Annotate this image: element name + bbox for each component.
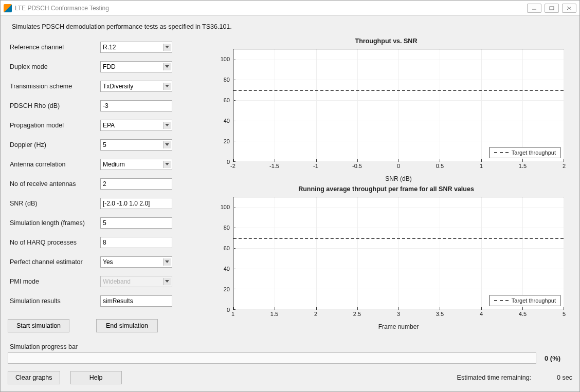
xticks: -2-1.5-1-0.500.511.52 bbox=[233, 163, 564, 172]
xtick-label: 4.5 bbox=[519, 311, 527, 317]
close-button[interactable] bbox=[562, 4, 576, 13]
label-pdsch-rho: PDSCH Rho (dB) bbox=[8, 102, 100, 109]
progress-pct: 0 (%) bbox=[545, 354, 572, 362]
chart-bottom: Running average throughput per frame for… bbox=[200, 185, 572, 333]
select-duplex[interactable]: FDD bbox=[100, 61, 172, 72]
legend: Target throughput bbox=[490, 147, 560, 158]
description: Simulates PDSCH demodulation performance… bbox=[12, 23, 568, 30]
ytick-label: 60 bbox=[224, 245, 230, 251]
xtick-label: 0.5 bbox=[436, 163, 444, 169]
label-antenna-corr: Antenna correlation bbox=[8, 161, 100, 168]
close-icon bbox=[567, 6, 572, 10]
select-antenna-corr[interactable]: Medium bbox=[100, 159, 172, 170]
select-perfect-chan[interactable]: Yes bbox=[100, 256, 172, 268]
label-tx-scheme: Transmission scheme bbox=[8, 83, 100, 90]
select-doppler[interactable]: 5 bbox=[100, 139, 172, 151]
plot-area: Target throughput bbox=[233, 197, 564, 310]
legend-line-icon bbox=[494, 152, 509, 153]
input-snr[interactable] bbox=[100, 198, 172, 209]
xlabel: Frame number bbox=[233, 323, 564, 330]
titlebar: LTE PDSCH Conformance Testing bbox=[1, 1, 579, 16]
label-rx-ant: No of receive antennas bbox=[8, 180, 100, 188]
charts-panel: Throughput vs. SNR Throughput in percent… bbox=[200, 38, 572, 333]
xlabel: SNR (dB) bbox=[233, 175, 564, 182]
chart-title: Running average throughput per frame for… bbox=[200, 185, 572, 193]
input-sim-len[interactable] bbox=[100, 217, 172, 229]
ytick-label: 80 bbox=[224, 225, 230, 231]
input-pdsch-rho[interactable] bbox=[100, 100, 172, 111]
minimize-icon bbox=[532, 6, 537, 10]
xtick-label: 1 bbox=[231, 311, 234, 317]
end-sim-button[interactable]: End simulation bbox=[96, 319, 158, 332]
legend: Target throughput bbox=[490, 295, 560, 306]
xtick-label: 1.5 bbox=[519, 163, 527, 169]
label-sim-results: Simulation results bbox=[8, 297, 100, 305]
target-throughput-line bbox=[233, 90, 564, 91]
progress-label: Simulation progress bar bbox=[10, 343, 570, 350]
ytick-label: 20 bbox=[224, 286, 230, 292]
label-harq: No of HARQ processes bbox=[8, 239, 100, 246]
ytick-label: 100 bbox=[221, 204, 230, 210]
xtick-label: 2.5 bbox=[353, 311, 361, 317]
plot-area: Target throughput bbox=[233, 49, 564, 162]
yticks: 020406080100 bbox=[216, 49, 231, 162]
input-sim-results[interactable] bbox=[100, 295, 172, 307]
xtick-label: -1.5 bbox=[269, 163, 279, 169]
label-snr: SNR (dB) bbox=[8, 200, 100, 207]
xtick-label: 2 bbox=[563, 163, 566, 169]
legend-label: Target throughput bbox=[512, 150, 556, 156]
xtick-label: 0 bbox=[397, 163, 400, 169]
yticks: 020406080100 bbox=[216, 197, 231, 310]
app-window: LTE PDSCH Conformance Testing Simulates … bbox=[0, 0, 580, 392]
ytick-label: 40 bbox=[224, 118, 230, 124]
xtick-label: 1.5 bbox=[270, 311, 278, 317]
xtick-label: 5 bbox=[563, 311, 566, 317]
window-title: LTE PDSCH Conformance Testing bbox=[15, 5, 109, 12]
xtick-label: -0.5 bbox=[352, 163, 362, 169]
start-sim-button[interactable]: Start simulation bbox=[8, 319, 69, 332]
input-harq[interactable] bbox=[100, 237, 172, 248]
select-prop-model[interactable]: EPA bbox=[100, 120, 172, 131]
app-icon bbox=[4, 4, 12, 12]
select-ref-channel[interactable]: R.12 bbox=[100, 42, 172, 53]
label-perfect-chan: Perfect channel estimator bbox=[8, 258, 100, 266]
xtick-label: 1 bbox=[480, 163, 483, 169]
label-ref-channel: Reference channel bbox=[8, 44, 100, 51]
xtick-label: 3.5 bbox=[436, 311, 444, 317]
chart-title: Throughput vs. SNR bbox=[200, 38, 572, 45]
legend-line-icon bbox=[494, 300, 509, 301]
clear-graphs-button[interactable]: Clear graphs bbox=[8, 371, 60, 384]
ytick-label: 80 bbox=[224, 77, 230, 83]
ytick-label: 0 bbox=[227, 159, 230, 165]
label-duplex: Duplex mode bbox=[8, 63, 100, 70]
xtick-label: 2 bbox=[314, 311, 317, 317]
label-doppler: Doppler (Hz) bbox=[8, 141, 100, 148]
select-pmi-mode: Wideband bbox=[100, 276, 172, 287]
chart-top: Throughput vs. SNR Throughput in percent… bbox=[200, 38, 572, 185]
xtick-label: 4 bbox=[480, 311, 483, 317]
select-tx-scheme[interactable]: TxDiversity bbox=[100, 81, 172, 92]
ytick-label: 20 bbox=[224, 138, 230, 144]
legend-label: Target throughput bbox=[512, 297, 556, 304]
eta-label: Estimated time remaining: bbox=[457, 374, 532, 381]
eta-value: 0 sec bbox=[557, 374, 572, 381]
svg-rect-1 bbox=[550, 7, 554, 10]
help-button[interactable]: Help bbox=[70, 371, 122, 384]
ytick-label: 0 bbox=[227, 307, 230, 313]
ytick-label: 60 bbox=[224, 97, 230, 103]
input-rx-ant[interactable] bbox=[100, 178, 172, 190]
param-form: Reference channel R.12 Duplex mode FDD T… bbox=[8, 38, 183, 333]
xtick-label: -1 bbox=[313, 163, 318, 169]
minimize-button[interactable] bbox=[527, 4, 541, 13]
maximize-icon bbox=[549, 6, 554, 10]
ytick-label: 40 bbox=[224, 266, 230, 272]
xtick-label: -2 bbox=[230, 163, 235, 169]
label-sim-len: Simulation length (frames) bbox=[8, 219, 100, 227]
progress-bar bbox=[8, 352, 536, 364]
target-throughput-line bbox=[233, 238, 564, 239]
content: Simulates PDSCH demodulation performance… bbox=[1, 16, 579, 391]
xtick-label: 3 bbox=[397, 311, 400, 317]
label-pmi-mode: PMI mode bbox=[8, 278, 100, 285]
label-prop-model: Propagation model bbox=[8, 122, 100, 129]
maximize-button[interactable] bbox=[545, 4, 559, 13]
